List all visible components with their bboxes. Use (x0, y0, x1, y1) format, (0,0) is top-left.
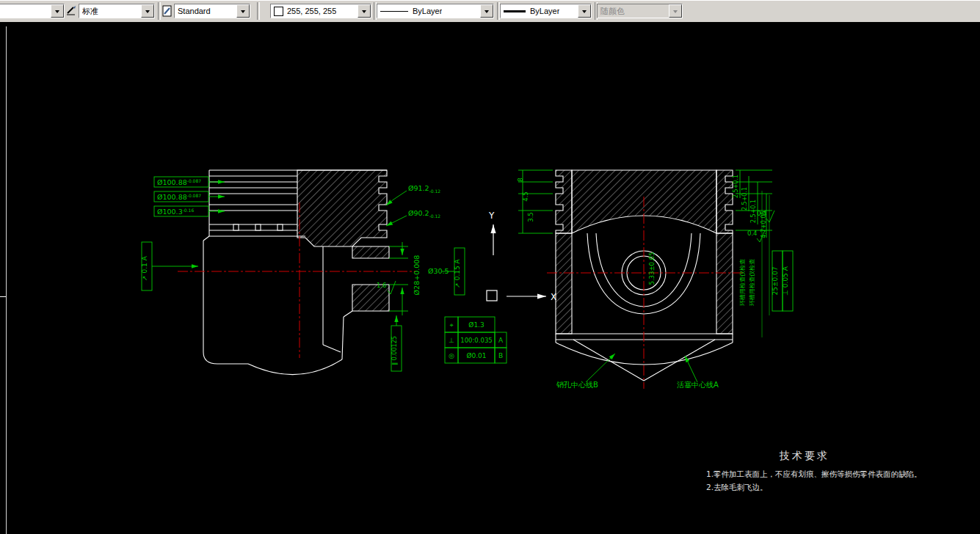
textstyle-combo-value: Standard (178, 7, 211, 15)
fcf-stack-val-3: Ø0.01 (466, 352, 486, 359)
right-view-right-wall-hatch (716, 170, 733, 233)
text-style-icon (161, 5, 173, 17)
color-swatch (274, 7, 283, 16)
right-view-left-wall-hatch (556, 170, 572, 233)
groove1-dim: Ø91.2-0.12 (408, 184, 440, 194)
lineweight-combo-dropdown-button[interactable] (578, 4, 591, 18)
fcf-stack-val-1: Ø1.3 (468, 321, 484, 329)
finish-0-4-a: 0.4 (757, 210, 767, 217)
groove-height-3-5: 3.5 (527, 212, 534, 222)
fcf-stack-sym-3: ◎ (449, 352, 454, 359)
fcf-stack-val-2: 100:0.035 (460, 337, 492, 344)
ring-dim-2: 2.5+0.1 (741, 187, 748, 211)
piston-drawing: Ø100.88-0.087 Ø100.88-0.087 Ø100.3-0.16 … (0, 22, 980, 534)
toolbar-separator (257, 2, 260, 20)
groove-height-4-5: 4.5 (522, 191, 529, 202)
right-skirt-wall-hatch (716, 233, 733, 334)
groove-height-8: 8 (517, 178, 524, 181)
fcf-stack-datum-3: B (498, 352, 503, 359)
fcf-stack-sym-1: ⌖ (449, 321, 453, 329)
tech-req-line-2: 2.去除毛刺飞边。 (706, 483, 768, 491)
pencil-icon (65, 5, 77, 17)
color-combo-dropdown-button[interactable] (357, 4, 371, 18)
groove-note-1: 环槽用检查仪检查 (739, 259, 746, 307)
left-skirt-wall-hatch (556, 233, 572, 334)
technical-requirements: 技术要求 1.零件加工表面上，不应有划痕、擦伤等损伤零件表面的缺陷。 2.去除毛… (706, 450, 922, 491)
linetype-combo-dropdown-button[interactable] (480, 4, 493, 18)
linetype-combo[interactable]: ByLayer (377, 4, 494, 18)
finish-1-6: 1.6 (377, 282, 387, 289)
groove-note-2: 环槽用检查仪检查 (749, 259, 755, 307)
pin-height-dim: 5.33±0.05 (648, 252, 656, 285)
lineweight-combo-value: ByLayer (530, 7, 559, 15)
left-view (203, 170, 389, 375)
tech-req-title: 技术要求 (779, 450, 830, 461)
ring-dim-1: 2.5+0.1 (733, 175, 739, 198)
pin-centerline-label: 销孔中心线B (556, 381, 598, 389)
fcf-runout-0-1: ↗ 0.1 A (141, 255, 148, 281)
finish-0-4-b: 0.4 (747, 230, 758, 237)
fcf-stack-datum-2: A (498, 337, 504, 344)
fcf-stack-sym-2: ⊥ (449, 337, 454, 344)
plotstyle-combo: 随颜色 (597, 4, 683, 18)
ucs-x-label: X (551, 292, 556, 302)
color-combo-value: 255, 255, 255 (287, 7, 336, 15)
od3-dim: Ø100.3-0.16 (157, 208, 194, 216)
layer-combo-dropdown-button[interactable] (51, 4, 64, 18)
top-toolbar: 准 标准 Standard 255, 255, 255 ByLayer (0, 0, 980, 23)
dimstyle-combo[interactable]: 标准 (79, 4, 155, 18)
plotstyle-combo-value: 随颜色 (600, 6, 625, 17)
plotstyle-combo-dropdown-button (669, 4, 682, 18)
dim-style-icon-button[interactable] (65, 4, 78, 18)
boxed-dim-25: 25±0.07 (772, 266, 779, 295)
dimstyle-combo-dropdown-button[interactable] (141, 4, 154, 18)
piston-centerline-label: 活塞中心线A (677, 381, 719, 389)
linetype-preview-icon (380, 11, 408, 12)
text-style-icon-button[interactable] (161, 4, 174, 18)
bore-dim: Ø28+0.008 (413, 255, 421, 296)
od2-dim: Ø100.88-0.087 (157, 193, 201, 201)
fcf-0-00125: ∥ 0.00125 (391, 336, 398, 365)
textstyle-combo[interactable]: Standard (174, 4, 250, 18)
ring-dim-3: 2.5+0.1 (750, 200, 757, 223)
centerlines (178, 197, 744, 389)
color-combo[interactable]: 255, 255, 255 (270, 4, 371, 18)
ucs-y-label: Y (488, 211, 495, 221)
groove2-dim: Ø90.2-0.12 (408, 209, 440, 219)
tech-req-line-1: 1.零件加工表面上，不应有划痕、擦伤等损伤零件表面的缺陷。 (706, 469, 922, 478)
crown-section-hatch (297, 170, 387, 246)
textstyle-combo-dropdown-button[interactable] (236, 4, 250, 18)
lineweight-combo[interactable]: ByLayer (500, 4, 592, 18)
cbore-dim: Ø30.5 (428, 267, 449, 275)
dimstyle-combo-value: 标准 (82, 6, 98, 17)
fcf-perp-0-05: ⊥ 0.05 A (782, 266, 789, 296)
ucs-icon (487, 224, 546, 301)
window-edge-strip (0, 26, 7, 534)
layer-combo[interactable]: 准 (0, 4, 65, 18)
pin-boss-upper-hatch (352, 246, 389, 258)
drawing-area[interactable]: Ø100.88-0.087 Ø100.88-0.087 Ø100.3-0.16 … (0, 22, 980, 534)
lineweight-preview-icon (504, 10, 526, 12)
fcf-runout-0-15: ↗ 0.15 A (454, 258, 461, 288)
od1-dim: Ø100.88-0.087 (157, 178, 201, 186)
linetype-combo-value: ByLayer (413, 7, 442, 15)
